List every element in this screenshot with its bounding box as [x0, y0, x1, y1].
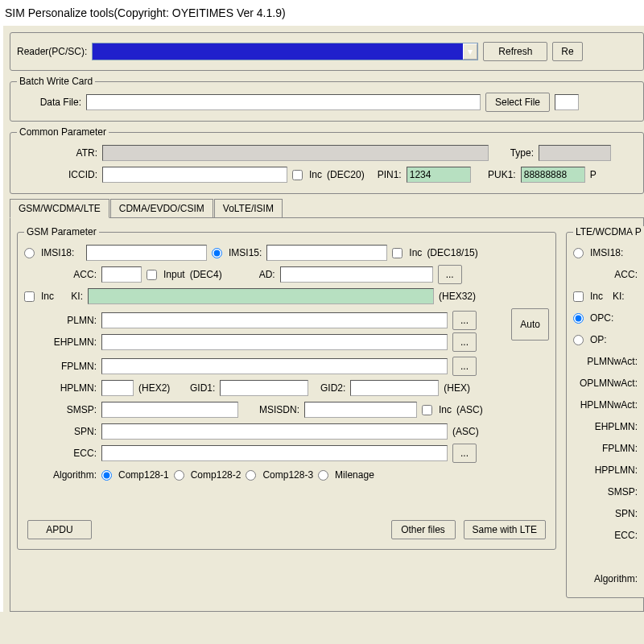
hex2-note: (HEX2) [138, 382, 170, 394]
reader-label: Reader(PC/SC): [17, 46, 87, 57]
hplmn-label: HPLMN: [24, 382, 97, 394]
iccid-input[interactable] [102, 167, 287, 183]
iccid-inc-checkbox[interactable] [292, 170, 303, 180]
ecc-input[interactable] [101, 445, 448, 461]
imsi15-radio[interactable] [212, 248, 222, 258]
imsi-inc-label: Inc [409, 247, 422, 258]
imsi15-input[interactable] [266, 245, 387, 261]
p-label: P [590, 169, 597, 180]
common-parameter-group: Common Parameter ATR: Type: ICCID: Inc (… [10, 126, 644, 194]
gid2-label: GID2: [313, 382, 345, 394]
alg-milenage-radio[interactable] [318, 470, 328, 481]
lte-op-radio[interactable] [573, 335, 584, 345]
acc-input-checkbox[interactable] [147, 270, 157, 280]
batch-write-card-group: Batch Write Card Data File: Select File [10, 76, 644, 122]
iccid-label: ICCID: [17, 169, 97, 180]
ehplmn-input[interactable] [101, 334, 448, 350]
lte-ki-label: KI: [613, 291, 625, 302]
spn-input[interactable] [101, 423, 448, 440]
chevron-down-icon[interactable]: ▾ [463, 43, 477, 60]
select-file-button[interactable]: Select File [485, 93, 550, 112]
data-file-input[interactable] [86, 94, 481, 110]
batch-extra-input[interactable] [555, 94, 579, 110]
smsp-input[interactable] [101, 402, 238, 418]
common-legend: Common Parameter [17, 126, 109, 138]
fplmn-input[interactable] [101, 358, 448, 374]
alg-comp128-1-radio[interactable] [101, 470, 112, 481]
msisdn-inc-label: Inc [439, 404, 452, 415]
ad-dots-button[interactable]: ... [438, 265, 462, 284]
ki-input[interactable] [88, 288, 434, 304]
plmn-label: PLMN: [24, 315, 97, 326]
ecc-dots-button[interactable]: ... [452, 444, 477, 463]
gsm-legend: GSM Parameter [24, 226, 99, 237]
ki-label: KI: [59, 291, 83, 302]
fplmn-dots-button[interactable]: ... [452, 357, 477, 376]
msisdn-inc-checkbox[interactable] [422, 405, 432, 415]
ad-label: AD: [227, 269, 275, 280]
gid1-label: GID1: [175, 382, 215, 394]
lte-opc-label: OPC: [590, 312, 613, 324]
tab-volte-isim[interactable]: VoLTE/ISIM [214, 199, 283, 217]
window-title: SIM Personalize tools(Copyright: OYEITIM… [3, 3, 644, 26]
msisdn-label: MSISDN: [243, 404, 299, 415]
dec4-note: (DEC4) [190, 269, 222, 280]
ki-inc-checkbox[interactable] [24, 291, 35, 302]
alg1-label: Comp128-1 [118, 469, 169, 481]
ehplmn-dots-button[interactable]: ... [452, 332, 477, 352]
dec20-note: (DEC20) [327, 169, 365, 180]
re-button[interactable]: Re [552, 42, 582, 61]
alg-comp128-2-radio[interactable] [174, 470, 184, 481]
lte-hpplmn-label: HPPLMN: [573, 464, 638, 476]
gsm-parameter-group: GSM Parameter IMSI18: IMSI15: Inc (DEC18… [17, 226, 556, 550]
lte-inc-label: Inc [590, 291, 603, 302]
acc-input-label: Input [163, 269, 185, 280]
ki-inc-label: Inc [41, 291, 54, 302]
gid2-input[interactable] [350, 380, 439, 396]
puk1-input[interactable] [521, 167, 585, 183]
imsi15-label: IMSI15: [229, 247, 262, 258]
lte-fplmn-label: FPLMN: [573, 443, 638, 454]
alg3-label: Comp128-3 [262, 469, 313, 481]
msisdn-input[interactable] [304, 402, 417, 418]
refresh-button[interactable]: Refresh [483, 42, 547, 61]
lte-legend: LTE/WCDMA P [573, 226, 644, 237]
algorithm-label: Algorithm: [24, 469, 97, 481]
auto-button[interactable]: Auto [511, 308, 549, 341]
lte-op-label: OP: [590, 334, 607, 345]
lte-plmnwact-label: PLMNwAct: [573, 356, 638, 367]
tab-cdma-evdo-csim[interactable]: CDMA/EVDO/CSIM [110, 199, 213, 217]
imsi18-label: IMSI18: [41, 247, 81, 258]
acc-input[interactable] [101, 266, 142, 283]
type-input [539, 145, 611, 161]
imsi-inc-checkbox[interactable] [392, 248, 402, 258]
spn-label: SPN: [24, 426, 97, 437]
lte-smsp-label: SMSP: [573, 486, 638, 497]
lte-inc-checkbox[interactable] [573, 291, 584, 302]
imsi18-input[interactable] [86, 245, 207, 261]
other-files-button[interactable]: Other files [391, 520, 456, 539]
ad-input[interactable] [280, 266, 433, 283]
gid1-input[interactable] [220, 380, 308, 396]
alg4-label: Milenage [335, 469, 374, 481]
hex-note: (HEX) [444, 382, 470, 394]
same-with-lte-button[interactable]: Same with LTE [464, 520, 546, 539]
fplmn-label: FPLMN: [24, 361, 97, 372]
asc-note2: (ASC) [452, 426, 479, 437]
lte-wcdma-group: LTE/WCDMA P IMSI18: ACC: Inc KI: [566, 226, 644, 598]
alg2-label: Comp128-2 [191, 469, 242, 481]
plmn-dots-button[interactable]: ... [452, 311, 477, 330]
plmn-input[interactable] [101, 312, 448, 328]
alg-comp128-3-radio[interactable] [246, 470, 256, 481]
lte-imsi18-radio[interactable] [573, 248, 584, 258]
lte-oplmnwact-label: OPLMNwAct: [573, 378, 638, 389]
tab-gsm-wcdma-lte[interactable]: GSM/WCDMA/LTE [10, 199, 109, 218]
reader-select[interactable]: ▾ [92, 43, 478, 60]
hplmn-input[interactable] [101, 380, 134, 396]
lte-opc-radio[interactable] [573, 313, 584, 324]
ecc-label: ECC: [24, 448, 97, 459]
apdu-button[interactable]: APDU [27, 520, 92, 539]
iccid-inc-label: Inc [309, 169, 322, 180]
imsi18-radio[interactable] [24, 248, 35, 258]
pin1-input[interactable] [407, 167, 471, 183]
